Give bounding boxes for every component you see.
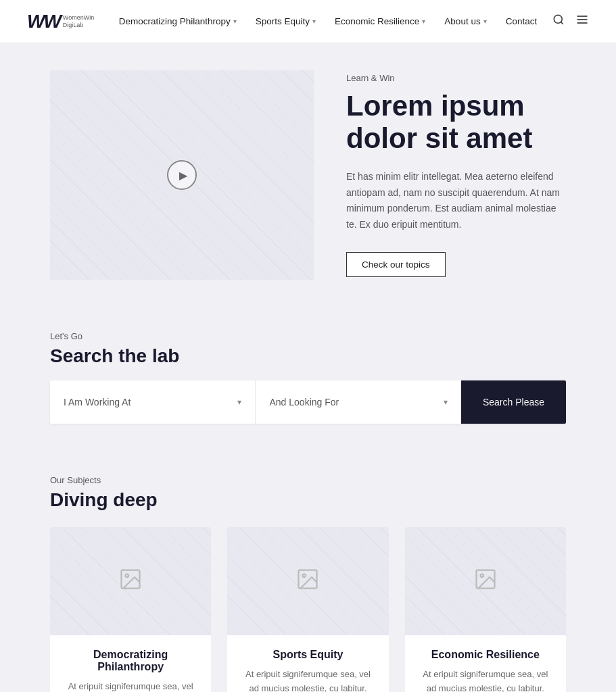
logo-mark: WW: [27, 11, 60, 32]
looking-for-label: And Looking For: [269, 397, 339, 407]
svg-point-8: [303, 574, 306, 577]
navigation: WW WomenWin DigiLab Democratizing Philan…: [0, 0, 616, 43]
hamburger-icon: [575, 13, 589, 26]
nav-item-contact[interactable]: Contact: [506, 16, 538, 26]
subjects-section: Our Subjects Diving deep Democratizing P…: [0, 451, 616, 692]
chevron-down-icon: ▾: [422, 18, 425, 25]
search-bar: I Am Working At ▾ And Looking For ▾ Sear…: [50, 380, 566, 424]
hero-section: ▶ Learn & Win Lorem ipsum dolor sit amet…: [0, 43, 616, 307]
card-desc-philanthropy: At eripuit signiferumque sea, vel ad muc…: [64, 680, 197, 692]
card-title-economic-resilience: Economic Resilience: [419, 649, 552, 661]
chevron-down-icon: ▾: [444, 397, 448, 407]
nav-item-economic-resilience[interactable]: Economic Resilience ▾: [335, 16, 425, 26]
menu-button[interactable]: [575, 13, 589, 30]
chevron-down-icon: ▾: [483, 18, 487, 25]
search-title: Search the lab: [50, 345, 566, 367]
card-image-philanthropy: [50, 527, 211, 635]
card-sports-equity[interactable]: Sports Equity At eripuit signiferumque s…: [227, 527, 388, 692]
card-body-philanthropy: Democratizing Philanthropy At eripuit si…: [50, 635, 211, 692]
card-title-sports-equity: Sports Equity: [241, 649, 375, 661]
subjects-grid: Democratizing Philanthropy At eripuit si…: [50, 527, 566, 692]
subjects-eyebrow: Our Subjects: [50, 475, 566, 485]
card-image-sports-equity: [227, 527, 388, 635]
chevron-down-icon: ▾: [237, 397, 241, 407]
svg-point-0: [554, 15, 562, 23]
play-button[interactable]: ▶: [167, 160, 197, 190]
svg-point-10: [480, 574, 483, 577]
card-body-economic-resilience: Economic Resilience At eripuit signiferu…: [405, 635, 566, 692]
nav-links: Democratizing Philanthropy ▾ Sports Equi…: [119, 16, 538, 26]
chevron-down-icon: ▾: [233, 18, 237, 25]
hero-description: Et has minim elitr intellegat. Mea aeter…: [346, 169, 566, 233]
card-body-sports-equity: Sports Equity At eripuit signiferumque s…: [227, 635, 388, 692]
play-icon: ▶: [179, 169, 187, 182]
card-desc-sports-equity: At eripuit signiferumque sea, vel ad muc…: [241, 668, 375, 692]
nav-item-sports-equity[interactable]: Sports Equity ▾: [256, 16, 316, 26]
working-at-label: I Am Working At: [64, 397, 131, 407]
nav-item-about[interactable]: About us ▾: [444, 16, 486, 26]
card-philanthropy[interactable]: Democratizing Philanthropy At eripuit si…: [50, 527, 211, 692]
search-section: Let's Go Search the lab I Am Working At …: [0, 307, 616, 451]
svg-point-6: [126, 574, 129, 577]
svg-line-1: [561, 22, 563, 24]
search-please-button[interactable]: Search Please: [461, 380, 566, 424]
card-image-economic-resilience: [405, 527, 566, 635]
check-topics-button[interactable]: Check our topics: [346, 252, 446, 277]
image-placeholder-icon: [118, 567, 143, 596]
image-placeholder-icon: [473, 567, 498, 596]
working-at-dropdown[interactable]: I Am Working At ▾: [50, 380, 256, 424]
search-button[interactable]: [552, 14, 565, 29]
card-title-philanthropy: Democratizing Philanthropy: [64, 649, 197, 673]
looking-for-dropdown[interactable]: And Looking For ▾: [256, 380, 460, 424]
nav-actions: [552, 13, 589, 30]
logo[interactable]: WW WomenWin DigiLab: [27, 11, 103, 32]
search-eyebrow: Let's Go: [50, 331, 566, 341]
nav-item-philanthropy[interactable]: Democratizing Philanthropy ▾: [119, 16, 237, 26]
subjects-title: Diving deep: [50, 489, 566, 511]
card-economic-resilience[interactable]: Economic Resilience At eripuit signiferu…: [405, 527, 566, 692]
image-placeholder-icon: [295, 567, 320, 596]
chevron-down-icon: ▾: [312, 18, 316, 25]
hero-title: Lorem ipsum dolor sit amet: [346, 90, 566, 155]
hero-content: Learn & Win Lorem ipsum dolor sit amet E…: [346, 73, 566, 277]
hero-video-thumbnail[interactable]: ▶: [50, 70, 314, 280]
search-icon: [552, 14, 565, 26]
card-desc-economic-resilience: At eripuit signiferumque sea, vel ad muc…: [419, 668, 552, 692]
logo-subtext: WomenWin DigiLab: [63, 14, 103, 29]
hero-eyebrow: Learn & Win: [346, 73, 566, 83]
